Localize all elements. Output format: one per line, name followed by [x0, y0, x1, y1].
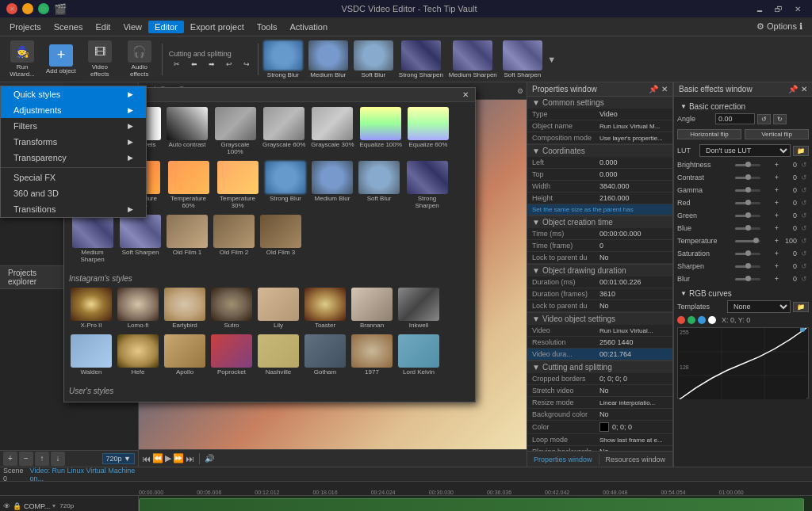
rgb-curves-canvas[interactable]: 255 128 — [677, 327, 809, 399]
quickstyle-item[interactable]: Temperature 30% — [214, 159, 261, 211]
slider-track[interactable] — [735, 278, 760, 280]
ctx-360and3d[interactable]: 360 and 3D — [1, 185, 146, 201]
instagram-style-item[interactable]: Nashville — [256, 333, 301, 377]
quickstyle-item[interactable]: Auto contrast — [165, 105, 209, 157]
win-maximize[interactable]: 🗗 — [771, 3, 787, 14]
menu-editor[interactable]: Editor — [148, 21, 184, 33]
move-down-btn[interactable]: ↓ — [51, 452, 65, 466]
quickstyle-item[interactable]: Equalize 60% — [406, 105, 450, 157]
slider-track[interactable] — [735, 215, 760, 217]
slider-track[interactable] — [735, 202, 760, 204]
lut-browse-button[interactable]: 📁 — [793, 146, 809, 156]
quickstyle-item[interactable]: Medium Sharpen — [69, 213, 116, 265]
props-close-button[interactable]: ✕ — [661, 85, 668, 93]
template-browse-button[interactable]: 📁 — [793, 302, 809, 312]
quickstyle-item[interactable]: Old Film 1 — [165, 213, 209, 265]
templates-select[interactable]: None — [727, 300, 791, 313]
common-settings-header[interactable]: ▼ Common settings — [527, 97, 672, 109]
ctx-transforms[interactable]: Transforms ▶ — [1, 134, 146, 150]
toolbar-filter-softblur[interactable]: Soft Blur — [352, 39, 395, 80]
ctx-quickstyles[interactable]: Quick styles ▶ — [1, 86, 146, 102]
green-channel-dot[interactable] — [688, 316, 695, 324]
menu-projects[interactable]: Projects — [3, 21, 48, 33]
instagram-style-item[interactable]: Lord Kelvin — [396, 333, 441, 377]
slider-track[interactable] — [735, 227, 760, 230]
menu-scenes[interactable]: Scenes — [48, 21, 90, 33]
quickstyle-item[interactable]: Old Film 3 — [259, 213, 303, 265]
close-button[interactable]: ✕ — [6, 3, 17, 14]
prev-frame-button[interactable]: ⏪ — [152, 453, 163, 463]
slider-track[interactable] — [735, 265, 760, 268]
effects-pin-button[interactable]: 📌 — [788, 85, 798, 93]
slider-track[interactable] — [735, 189, 760, 192]
toolbar-filter-medblur[interactable]: Medium Blur — [307, 39, 350, 80]
menu-options[interactable]: ⚙ Options ℹ — [750, 20, 809, 33]
add-btn[interactable]: + — [3, 452, 17, 466]
vertical-flip-button[interactable]: Vertical flip — [745, 129, 809, 139]
lut-select[interactable]: Don't use LUT — [699, 144, 791, 157]
ctx-transparency[interactable]: Transparency ▶ — [1, 150, 146, 166]
projects-tab[interactable]: Projects explorer — [5, 269, 69, 286]
slider-track[interactable] — [735, 164, 760, 166]
goto-start-button[interactable]: ⏮ — [142, 454, 151, 463]
win-minimize[interactable]: 🗕 — [752, 3, 768, 14]
remove-btn[interactable]: − — [19, 452, 33, 466]
ctx-adjustments[interactable]: Adjustments ▶ — [1, 102, 146, 118]
toolbar-filter-strongsharpen[interactable]: Strong Sharpen — [397, 39, 445, 80]
ctx-specialfx[interactable]: Special FX — [1, 170, 146, 185]
instagram-style-item[interactable]: Lomo-fi — [116, 286, 160, 330]
quickstyle-item[interactable]: Soft Blur — [357, 159, 401, 211]
instagram-style-item[interactable]: X-Pro II — [69, 286, 113, 330]
cutting-header[interactable]: ▼ Cutting and splitting — [527, 361, 672, 373]
next-frame-button[interactable]: ⏩ — [173, 453, 184, 463]
add-object-button[interactable]: + Add object — [43, 43, 79, 76]
menu-activation[interactable]: Activation — [283, 21, 334, 33]
instagram-style-item[interactable]: Lily — [256, 286, 301, 330]
redo-button[interactable]: ↪ — [239, 59, 255, 69]
move-up-btn[interactable]: ↑ — [35, 452, 49, 466]
minimize-button[interactable]: — — [22, 3, 33, 14]
ctx-transitions[interactable]: Transitions ▶ — [1, 201, 146, 217]
instagram-style-item[interactable]: Hefe — [116, 333, 160, 377]
slider-reset[interactable]: ↺ — [799, 236, 809, 246]
angle-reset-button[interactable]: ↺ — [757, 114, 771, 124]
instagram-style-item[interactable]: Brannan — [350, 286, 394, 330]
menu-edit[interactable]: Edit — [89, 21, 117, 33]
color-swatch[interactable] — [599, 422, 609, 432]
drawing-duration-header[interactable]: ▼ Object drawing duration — [527, 265, 672, 276]
slider-reset[interactable]: ↺ — [799, 249, 809, 258]
rgb-curves-section[interactable]: ▼ RGB curves — [677, 287, 809, 300]
menu-tools[interactable]: Tools — [251, 21, 284, 33]
resolution-select[interactable]: 720p ▼ — [102, 453, 135, 464]
creation-time-header[interactable]: ▼ Object creation time — [527, 216, 672, 228]
props-pin-button[interactable]: 📌 — [649, 85, 658, 93]
quickstyle-item[interactable]: Medium Blur — [310, 159, 354, 211]
slider-reset[interactable]: ↺ — [799, 261, 809, 271]
toolbar-filter-medsharpen[interactable]: Medium Sharpen — [447, 39, 499, 80]
quickstyle-item[interactable]: Grayscale 100% — [212, 105, 259, 157]
quickstyle-item[interactable]: Old Film 2 — [212, 213, 256, 265]
menu-export[interactable]: Export project — [184, 21, 251, 33]
instagram-style-item[interactable]: Poprocket — [209, 333, 254, 377]
slider-reset[interactable]: ↺ — [799, 160, 809, 170]
slider-reset[interactable]: ↺ — [799, 223, 809, 233]
quickstyle-item[interactable]: Strong Blur — [263, 159, 308, 211]
instagram-style-item[interactable]: Toaster — [303, 286, 347, 330]
angle-flip-button[interactable]: ↻ — [773, 114, 787, 124]
quickstyles-close[interactable]: ✕ — [462, 90, 469, 99]
comp-clip[interactable] — [139, 498, 804, 511]
volume-icon[interactable]: 🔊 — [205, 454, 214, 463]
instagram-style-item[interactable]: 1977 — [350, 333, 394, 377]
instagram-style-item[interactable]: Sutro — [209, 286, 254, 330]
all-channels-dot[interactable] — [708, 316, 716, 324]
toolbar-filter-more[interactable]: ▼ — [546, 44, 557, 74]
cut-right-button[interactable]: ➡ — [204, 59, 220, 69]
ctx-filters[interactable]: Filters ▶ — [1, 118, 146, 134]
slider-track[interactable] — [735, 240, 760, 242]
instagram-style-item[interactable]: Walden — [69, 333, 113, 377]
track-eye-icon[interactable]: 👁 — [3, 502, 10, 510]
instagram-style-item[interactable]: Inkwell — [396, 286, 441, 330]
video-effects-button[interactable]: 🎞 Video effects — [81, 39, 119, 79]
quickstyle-item[interactable]: Grayscale 30% — [309, 105, 355, 157]
slider-reset[interactable]: ↺ — [799, 274, 809, 284]
